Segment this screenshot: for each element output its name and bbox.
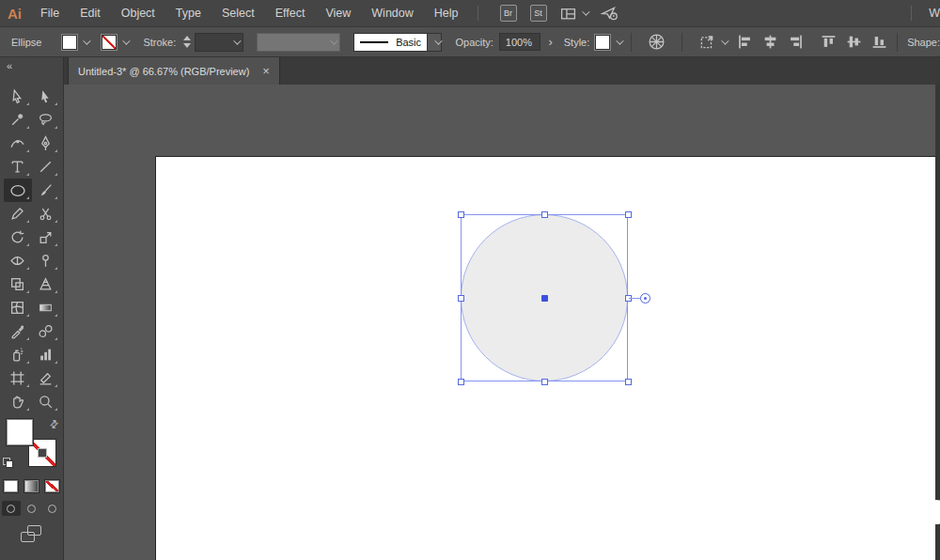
stroke-swatch-none[interactable]: [102, 35, 117, 50]
handle-middle-left[interactable]: [458, 295, 464, 302]
screen-mode-icon-back: [21, 532, 35, 542]
menu-type[interactable]: Type: [165, 0, 212, 26]
tool-type[interactable]: [4, 155, 32, 179]
tool-rotate[interactable]: [4, 226, 32, 249]
menu-object[interactable]: Object: [111, 0, 165, 26]
chevron-down-icon: [123, 37, 131, 44]
tool-ellipse-selected[interactable]: [4, 179, 32, 202]
tool-pen[interactable]: [32, 132, 60, 155]
tool-curvature[interactable]: [4, 132, 32, 155]
draw-behind-icon: [27, 505, 36, 513]
workspace-switcher[interactable]: W: [920, 7, 940, 20]
align-bottom-icon[interactable]: [871, 34, 887, 50]
default-fill-stroke-icon[interactable]: [3, 458, 14, 469]
align-left-icon[interactable]: [737, 34, 753, 50]
align-right-icon[interactable]: [788, 34, 804, 50]
tool-symbol-sprayer[interactable]: [4, 343, 32, 366]
menu-file[interactable]: File: [30, 0, 70, 26]
tool-blend[interactable]: [32, 319, 60, 343]
chevron-down-icon: [234, 37, 242, 44]
style-swatch[interactable]: [595, 35, 610, 50]
menu-effect[interactable]: Effect: [265, 0, 316, 26]
tool-gradient[interactable]: [32, 296, 60, 319]
tab-close-button[interactable]: ×: [262, 65, 270, 77]
tool-lasso[interactable]: [32, 108, 60, 132]
tool-scale[interactable]: [32, 226, 60, 249]
step-down-icon[interactable]: [183, 43, 191, 48]
draw-inside-button[interactable]: [43, 501, 62, 516]
document-tab[interactable]: Untitled-3* @ 66.67% (RGB/Preview) ×: [68, 57, 280, 85]
tool-perspective-grid[interactable]: [32, 272, 60, 296]
isolate-object-icon: [698, 34, 715, 51]
menu-select[interactable]: Select: [212, 0, 265, 26]
handle-bottom-right[interactable]: [625, 379, 632, 385]
pie-widget-handle[interactable]: [640, 293, 650, 303]
align-horizontal-center-icon[interactable]: [762, 34, 778, 50]
fill-color-control[interactable]: [62, 35, 88, 50]
shaper-tool-icon: [9, 206, 25, 222]
brush-dropdown-button[interactable]: [428, 33, 442, 52]
handle-top-center[interactable]: [541, 211, 548, 218]
stroke-color-control[interactable]: [102, 35, 128, 50]
menu-view[interactable]: View: [315, 0, 361, 26]
fill-proxy[interactable]: [6, 418, 34, 446]
tool-scissors[interactable]: [32, 202, 60, 226]
brush-definition-dropdown[interactable]: Basic: [353, 33, 428, 52]
isolate-object-button[interactable]: [698, 34, 727, 51]
scissors-tool-icon: [38, 206, 54, 222]
menu-help[interactable]: Help: [424, 0, 469, 26]
tool-puppet-warp[interactable]: [32, 249, 60, 272]
curvature-tool-icon: [9, 135, 25, 151]
tool-eyedropper[interactable]: [4, 319, 32, 343]
none-button[interactable]: [44, 479, 60, 493]
tool-slice[interactable]: [32, 366, 60, 390]
recolor-artwork-button[interactable]: [648, 33, 666, 51]
share-button[interactable]: [601, 5, 619, 22]
tool-line-segment[interactable]: [32, 155, 60, 179]
shape-center-point[interactable]: [541, 295, 548, 302]
fill-swatch[interactable]: [62, 35, 77, 50]
graphic-style-control[interactable]: [595, 35, 621, 50]
tool-selection[interactable]: [4, 85, 32, 108]
menubar-divider-right: [911, 6, 912, 21]
tool-shaper[interactable]: [4, 202, 32, 226]
handle-top-left[interactable]: [458, 211, 464, 218]
opacity-field[interactable]: 100%: [499, 33, 541, 51]
align-vertical-center-icon[interactable]: [846, 34, 862, 50]
bridge-button[interactable]: Br: [500, 5, 517, 22]
tool-width[interactable]: [4, 249, 32, 272]
tool-hand[interactable]: [4, 390, 32, 413]
shape-label: Shape:: [907, 37, 940, 48]
arrange-documents-button[interactable]: [560, 6, 588, 22]
handle-bottom-left[interactable]: [458, 379, 464, 385]
tool-artboard[interactable]: [4, 366, 32, 390]
tool-magic-wand[interactable]: [4, 108, 32, 132]
scale-tool-icon: [38, 229, 54, 245]
tool-direct-selection[interactable]: [32, 85, 60, 108]
draw-behind-button[interactable]: [23, 501, 41, 516]
draw-normal-button[interactable]: [2, 501, 21, 516]
collapse-panel-button[interactable]: «: [7, 60, 63, 72]
document-tab-title: Untitled-3* @ 66.67% (RGB/Preview): [78, 66, 249, 77]
tool-column-graph[interactable]: [32, 343, 60, 366]
opacity-flyout-button[interactable]: ›: [544, 35, 556, 49]
color-button[interactable]: [3, 479, 19, 493]
stroke-weight-dropdown[interactable]: [195, 33, 243, 52]
tool-shape-builder[interactable]: [4, 272, 32, 296]
swap-fill-stroke-icon[interactable]: ⇄: [47, 417, 62, 432]
menu-window[interactable]: Window: [361, 0, 423, 26]
step-up-icon[interactable]: [183, 36, 191, 40]
align-top-icon[interactable]: [821, 34, 837, 50]
tool-paintbrush[interactable]: [32, 179, 60, 202]
stroke-weight-stepper[interactable]: [183, 36, 191, 48]
gradient-button[interactable]: [24, 479, 39, 493]
handle-top-right[interactable]: [625, 211, 632, 218]
stroke-hole: [38, 448, 47, 458]
screen-mode-button[interactable]: [21, 525, 43, 542]
menu-edit[interactable]: Edit: [70, 0, 111, 26]
stock-button[interactable]: St: [530, 5, 547, 22]
tool-zoom[interactable]: [32, 390, 60, 413]
handle-bottom-center[interactable]: [541, 379, 548, 385]
tool-mesh[interactable]: [4, 296, 32, 319]
width-tool-icon: [9, 253, 25, 269]
